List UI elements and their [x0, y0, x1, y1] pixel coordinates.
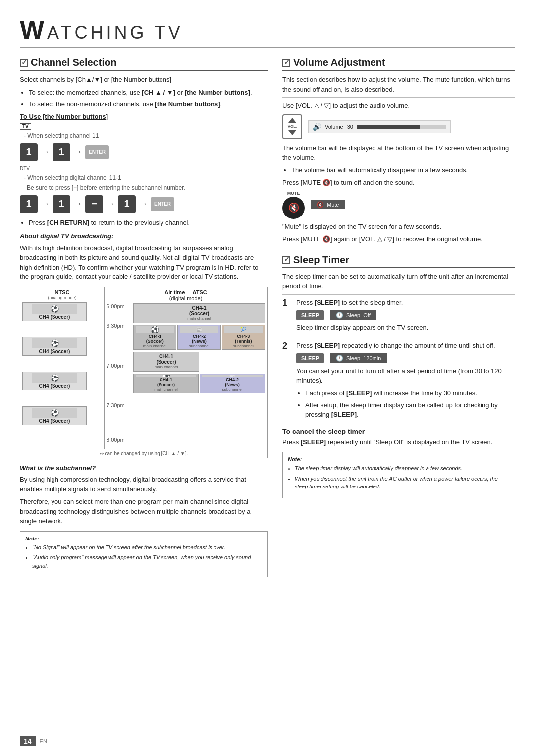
btn-sequence-1: 1 → 1 → ENTER	[20, 143, 268, 161]
mute-display-label: Mute	[327, 202, 339, 208]
time-700: 7:00pm	[107, 363, 131, 402]
sleep-section: Sleep Timer The sleep timer can be set t…	[282, 254, 515, 498]
sleep-display-2: Sleep	[346, 355, 360, 361]
page-title: WATCHING TV	[20, 15, 515, 45]
mute-x-icon: 🔇	[317, 201, 324, 208]
time-column: 6:00pm 6:30pm 7:00pm 7:30pm 8:00pm	[107, 303, 131, 447]
ntsc-col: NTSC (analog mode) ⚽ CH4 (Soccer)	[20, 287, 105, 449]
atsc-label: ATSC	[193, 289, 207, 295]
header-w: W	[20, 15, 47, 44]
soccer-img-4: ⚽	[32, 408, 77, 418]
time-730: 7:30pm	[107, 402, 131, 437]
vol-btn-label: VOL.	[288, 124, 297, 129]
vol-instruction: Use [VOL. △ / ▽] to adjust the audio vol…	[282, 101, 515, 110]
ntsc-ch4-2: ⚽ CH4 (Soccer)	[22, 337, 87, 356]
channel-section-title: Channel Selection	[20, 57, 268, 71]
num-btn-1a: 1	[20, 143, 38, 161]
when-digital-label: - When selecting digital channel 11-1	[20, 173, 268, 182]
atsc-channels-grid: CH4-1 (Soccer) main channel ⚽ CH4-1 (Soc…	[133, 303, 265, 447]
step-2-bullets: Each press of [SLEEP] will increase the …	[305, 388, 515, 420]
sleep-demo-1: SLEEP 🕐 Sleep Off	[296, 310, 515, 320]
ntsc-ch4-row-3: ⚽ CH4 (Soccer)	[22, 372, 102, 390]
channel-diagram: NTSC (analog mode) ⚽ CH4 (Soccer)	[20, 287, 268, 458]
sleep-label-box-2: 🕐 Sleep 120min	[330, 353, 387, 363]
ntsc-label: NTSC	[55, 289, 70, 295]
atsc-header: Air time ATSC (digital mode)	[107, 289, 265, 301]
soccer-img-3: ⚽	[32, 373, 77, 383]
digital-broadcast-heading: About digital TV broadcasting:	[20, 231, 268, 241]
step-2-desc: You can set your unit to turn off after …	[296, 366, 515, 385]
vol-btn-widget: VOL.	[282, 114, 302, 139]
vol-speaker-icon: 🔊	[313, 123, 321, 131]
soccer-img-2: ⚽	[32, 338, 77, 348]
ntsc-channels: ⚽ CH4 (Soccer) ⚽ CH4 (Soccer)	[22, 302, 102, 425]
arrow-2a: →	[41, 199, 50, 209]
num-btn-1b: 1	[53, 143, 70, 161]
vol-down-arrow	[288, 130, 296, 135]
to-use-heading: To Use [the Number buttons]	[20, 113, 268, 120]
sleep-note-item-2: When you disconnect the unit from the AC…	[295, 475, 510, 491]
page: WATCHING TV Channel Selection Select cha…	[0, 0, 535, 756]
digital-broadcast-text: With its high definition broadcast, digi…	[20, 243, 268, 282]
channel-bullets: To select the memorized channels, use [C…	[29, 88, 268, 109]
sleep-note-box: Note: The sleep timer display will autom…	[282, 452, 515, 498]
tv-badge: TV	[20, 123, 31, 130]
ntsc-ch4-row-2: ⚽ CH4 (Soccer)	[22, 337, 102, 356]
vol-bar-fill	[357, 125, 446, 129]
ch-return-item: Press [CH RETURN] to return to the previ…	[29, 218, 268, 228]
sleep-intro: The sleep timer can be set to automatica…	[282, 272, 515, 291]
cancel-title: To cancel the sleep timer	[282, 428, 515, 435]
step-num-2: 2	[282, 341, 292, 351]
vol-bar-widget: 🔊 Volume 30	[308, 120, 451, 133]
atsc-row-630: ⚽ CH4-1 (Soccer) main channel 📰 CH4-2 (N…	[133, 325, 265, 350]
time-630: 6:30pm	[107, 323, 131, 363]
arrow-2c: →	[106, 199, 115, 209]
ntsc-ch4-row-4: ⚽ CH4 (Soccer)	[22, 406, 102, 425]
be-sure-label: Be sure to press [−] before entering the…	[20, 183, 268, 192]
arrow-1a: →	[41, 147, 50, 157]
diagram-caption: ⇔ can be changed by using [CH ▲ / ▼].	[20, 449, 267, 458]
step-1-text: Press [SLEEP] to set the sleep timer.	[296, 298, 515, 308]
enter-btn-1: ENTER	[85, 145, 109, 159]
sleep-step-1: 1 Press [SLEEP] to set the sleep timer. …	[282, 298, 515, 336]
vol-up-arrow	[288, 118, 296, 123]
sleep-val-1: Off	[363, 312, 370, 318]
atsc-ch41-630: ⚽ CH4-1 (Soccer) main channel	[133, 325, 176, 350]
sleep-checkbox-icon	[282, 256, 290, 264]
step-2-bullet-1: Each press of [SLEEP] will increase the …	[305, 388, 515, 398]
sleep-demo-2: SLEEP 🕐 Sleep 120min	[296, 353, 515, 363]
atsc-col: Air time ATSC (digital mode) 6:00pm 6:30…	[105, 287, 267, 449]
sleep-title-label: Sleep Timer	[293, 254, 349, 266]
mute-label-box: 🔇 Mute	[311, 200, 345, 209]
ch-return-list: Press [CH RETURN] to return to the previ…	[29, 218, 268, 228]
page-header: WATCHING TV	[20, 15, 515, 48]
sleep-btn-2: SLEEP	[296, 353, 324, 363]
ntsc-mode: (analog mode)	[22, 295, 102, 300]
enter-btn-2: ENTER	[151, 197, 174, 211]
ntsc-ch4-1: ⚽ CH4 (Soccer)	[22, 302, 87, 321]
ntsc-ch4-4: ⚽ CH4 (Soccer)	[22, 406, 87, 425]
air-time-label: Air time	[164, 289, 185, 295]
sleep-btn-1: SLEEP	[296, 310, 324, 320]
vol-demo: VOL. 🔊 Volume 30	[282, 114, 515, 139]
mute-demo: MUTE 🔇 🔇 Mute	[282, 191, 515, 219]
sleep-section-title: Sleep Timer	[282, 254, 515, 268]
page-number: 14	[20, 736, 36, 746]
channel-intro: Select channels by [Ch▲/▼] or [the Numbe…	[20, 75, 268, 85]
subchannel-text-2: Therefore, you can select more than one …	[20, 497, 268, 526]
arrow-1b: →	[73, 147, 82, 157]
volume-section: Volume Adjustment This section describes…	[282, 57, 515, 244]
atsc-time-channels: 6:00pm 6:30pm 7:00pm 7:30pm 8:00pm	[107, 303, 265, 447]
step-2-text: Press [SLEEP] repeatedly to change the a…	[296, 341, 515, 351]
lang-label: EN	[40, 738, 47, 744]
sleep-icon-2: 🕐	[336, 355, 343, 362]
num-btn-2b: 1	[53, 195, 70, 213]
vol-bar-fill-inner	[357, 125, 420, 129]
left-column: Channel Selection Select channels by [Ch…	[20, 57, 268, 577]
header-title: ATCHING TV	[47, 22, 183, 43]
atsc-ch42-730: 📰 CH4-2 (News) subchannel	[200, 374, 265, 393]
sleep-val-2: 120min	[363, 355, 381, 361]
channel-note-item-2: "Audio only program" message will appear…	[32, 553, 262, 570]
vol-btn-inner: VOL.	[282, 114, 302, 139]
volume-title-label: Volume Adjustment	[293, 57, 385, 68]
